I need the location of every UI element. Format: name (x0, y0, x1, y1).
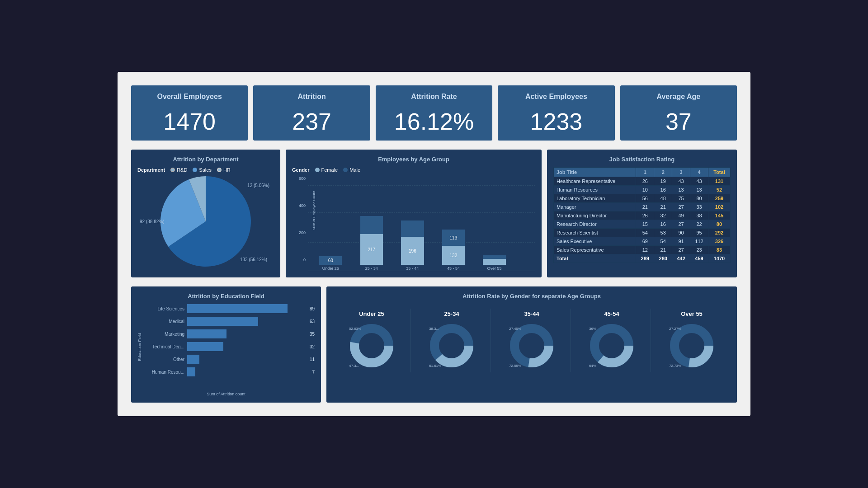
education-title: Attrition by Education Field (137, 293, 315, 300)
edu-bar-row: Medical63 (144, 317, 315, 326)
bar-over55-male (483, 255, 505, 259)
table-row: Healthcare Representative26194343131 (554, 177, 731, 186)
bar-chart-area: 600 400 200 0 60 Under 25 (292, 176, 535, 271)
bar-45-54-label: 45 - 54 (447, 266, 460, 271)
bar-over55-label: Over 55 (487, 266, 501, 271)
bar-under25: 60 Under 25 (319, 256, 342, 271)
donut-row: Under 2552.63%47.3...25-3438.3...61.61%3… (333, 304, 731, 377)
charts-row: Attrition by Department Department R&D S… (131, 150, 737, 277)
kpi-attrition-label: Attrition (260, 93, 363, 101)
bar-45-54: 113 132 45 - 54 (442, 230, 465, 271)
rd-pct-label: 133 (56.12%) (240, 257, 267, 262)
kpi-rate-label: Attrition Rate (383, 93, 485, 101)
bar-25-34: 217 25 - 34 (360, 216, 383, 271)
bar-25-34-label: 25 - 34 (365, 266, 378, 271)
table-row: Sales Executive695491112326 (554, 237, 731, 246)
bar-25-34-female: 217 (360, 234, 383, 265)
svg-text:47.3...: 47.3... (349, 364, 359, 368)
hr-dot (217, 168, 222, 172)
table-header-row: Job Title 1 2 3 4 Total (554, 168, 731, 177)
female-label: Female (321, 167, 338, 173)
education-panel: Attrition by Education Field Education F… (131, 286, 321, 403)
svg-text:27.45%: 27.45% (509, 327, 521, 331)
pie-legend-sales: Sales (193, 167, 212, 173)
kpi-row: Overall Employees 1470 Attrition 237 Att… (131, 85, 737, 141)
female-dot (315, 168, 320, 172)
table-row: Sales Representative1221272383 (554, 246, 731, 254)
edu-bar-row: Marketing35 (144, 329, 315, 338)
male-dot (343, 168, 348, 172)
kpi-attrition-value: 237 (260, 110, 363, 133)
svg-text:64%: 64% (589, 364, 596, 368)
donut-group: Over 5527.27%72.73% (653, 309, 731, 372)
pie-legend-rd: R&D (170, 167, 187, 173)
kpi-active-employees: Active Employees 1233 (498, 85, 614, 141)
col-total: Total (708, 168, 730, 177)
table-row: Research Director1516272280 (554, 220, 731, 229)
table-row: Laboratory Technician56487580259 (554, 194, 731, 203)
kpi-overall-employees: Overall Employees 1470 (131, 85, 248, 141)
kpi-attrition: Attrition 237 (253, 85, 370, 141)
dashboard: Overall Employees 1470 Attrition 237 Att… (118, 72, 750, 416)
pie-legend-dept-label: Department (137, 167, 165, 173)
bar-35-44-label: 35 - 44 (406, 266, 419, 271)
male-label: Male (349, 167, 360, 173)
donut-group: 25-3438.3...61.61% (413, 309, 491, 372)
job-satisfaction-table: Job Title 1 2 3 4 Total Healthcare Repre… (553, 167, 731, 263)
edu-bar-row: Technical Deg...32 (144, 342, 315, 351)
donut-svg: 27.27%72.73% (667, 321, 717, 371)
bar-35-44-male (401, 221, 424, 237)
pie-legend-hr: HR (217, 167, 231, 173)
sales-pct-label: 92 (38.82%) (140, 219, 164, 224)
attrition-gender-title: Attrition Rate by Gender for separate Ag… (333, 293, 731, 300)
bar-under25-male: 60 (319, 256, 342, 265)
gridline-600 (308, 185, 535, 186)
kpi-age-label: Average Age (627, 93, 730, 101)
donut-svg: 36%64% (587, 321, 637, 371)
donut-svg: 27.45%72.55% (507, 321, 557, 371)
bar-45-54-female: 132 (442, 246, 465, 265)
table-row: Human Resources1016131352 (554, 186, 731, 194)
kpi-age-value: 37 (627, 110, 730, 133)
bar-35-44: 196 35 - 44 (401, 221, 424, 271)
svg-text:72.55%: 72.55% (509, 364, 521, 368)
job-satisfaction-title: Job Satisfaction Rating (553, 156, 731, 163)
sales-dot (193, 168, 197, 172)
bar-over55: Over 55 (483, 255, 505, 271)
edu-bar-row: Life Sciences89 (144, 304, 315, 313)
edu-x-axis-label: Sum of Attrition count (137, 392, 315, 396)
donut-group: 35-4427.45%72.55% (493, 309, 571, 372)
col-2: 2 (654, 168, 672, 177)
kpi-attrition-rate: Attrition Rate 16.12% (376, 85, 492, 141)
edu-bar-row: Human Resou...7 (144, 367, 315, 376)
job-table-body: Healthcare Representative26194343131Huma… (554, 177, 731, 263)
gridline-400 (308, 212, 535, 213)
kpi-rate-value: 16.12% (383, 110, 485, 133)
bar-over55-female (483, 259, 505, 265)
table-row: Total2892804424591470 (554, 254, 731, 263)
age-chart-panel: Employees by Age Group Gender Female Mal… (286, 150, 542, 277)
pie-chart-title: Attrition by Department (137, 156, 274, 163)
col-4: 4 (690, 168, 708, 177)
bar-area: 60 Under 25 217 25 - 34 196 35 - 44 (308, 185, 535, 271)
age-gender-label: Gender (292, 167, 310, 173)
y-axis: 600 400 200 0 (292, 176, 306, 262)
edu-chart-area: Education Field Life Sciences89Medical63… (137, 304, 315, 390)
svg-text:27.27%: 27.27% (669, 327, 681, 331)
bottom-row: Attrition by Education Field Education F… (131, 286, 737, 403)
y-axis-title: Sum of Employee Count (312, 191, 316, 230)
bar-35-44-female: 196 (401, 237, 424, 265)
donut-group: Under 2552.63%47.3... (333, 309, 411, 372)
kpi-overall-value: 1470 (138, 110, 241, 133)
rd-dot (170, 168, 175, 172)
hr-pct-label: 12 (5.06%) (247, 183, 269, 188)
kpi-average-age: Average Age 37 (620, 85, 737, 141)
pie-legend: Department R&D Sales HR (137, 167, 274, 173)
age-chart-title: Employees by Age Group (292, 156, 535, 163)
svg-text:61.61%: 61.61% (429, 364, 441, 368)
donut-group: 45-5436%64% (573, 309, 651, 372)
age-legend: Gender Female Male (292, 167, 535, 173)
table-row: Research Scientist54539095292 (554, 229, 731, 237)
male-legend-item: Male (343, 167, 360, 173)
kpi-active-value: 1233 (505, 110, 607, 133)
